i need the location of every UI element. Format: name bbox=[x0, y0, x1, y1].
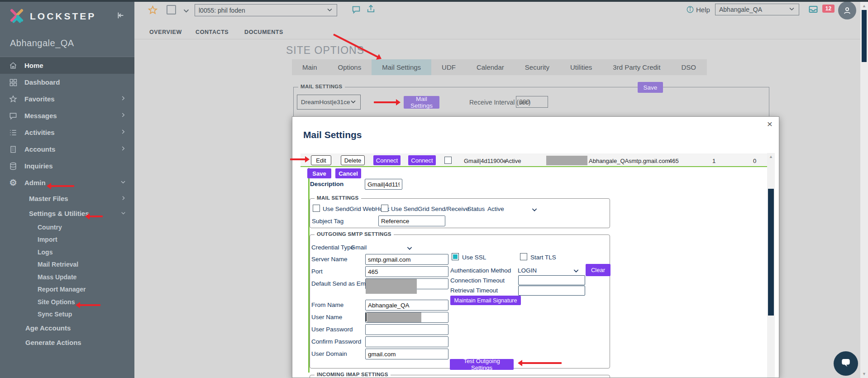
sidebar-item-import[interactable]: Import bbox=[0, 234, 134, 246]
sidebar-item-age-accounts[interactable]: Age Accounts bbox=[0, 321, 134, 335]
mail-account-row[interactable] bbox=[300, 153, 767, 167]
retrieval-timeout-input[interactable] bbox=[518, 286, 585, 296]
tab-utilities[interactable]: Utilities bbox=[560, 59, 602, 75]
start-tls-checkbox[interactable] bbox=[520, 253, 527, 260]
org-dropdown[interactable]: Abhangale_QA bbox=[715, 4, 799, 15]
modal-title: Mail Settings bbox=[303, 129, 362, 140]
record-checkbox[interactable] bbox=[167, 5, 176, 14]
sidebar-item-label: Mass Update bbox=[38, 273, 76, 281]
user-domain-label: User Domain bbox=[311, 350, 347, 357]
connect-button-1[interactable]: Connect bbox=[373, 155, 401, 165]
window-scrollbar-thumb[interactable] bbox=[862, 10, 867, 62]
modal-mail-settings-legend: MAIL SETTINGS bbox=[315, 195, 361, 201]
sidebar-item-report-manager[interactable]: Report Manager bbox=[0, 283, 134, 296]
scroll-up-icon[interactable]: ▲ bbox=[860, 4, 868, 8]
sidebar-item-home[interactable]: Home bbox=[0, 57, 134, 74]
clear-button[interactable]: Clear bbox=[586, 264, 610, 276]
sidebar-item-messages[interactable]: Messages bbox=[0, 107, 134, 124]
favorite-star-icon[interactable] bbox=[148, 5, 158, 17]
upload-icon[interactable] bbox=[366, 4, 376, 16]
chevron-down-icon[interactable] bbox=[182, 7, 190, 16]
modal-scrollbar[interactable]: ▲ bbox=[767, 153, 775, 378]
editor-save-button[interactable]: Save bbox=[307, 168, 331, 178]
sidebar-item-sync-setup[interactable]: Sync Setup bbox=[0, 308, 134, 321]
window-scrollbar[interactable]: ▲ ▼ bbox=[860, 2, 868, 378]
inbox-icon[interactable] bbox=[807, 4, 819, 17]
sidebar-item-label: Settings & Utilities bbox=[29, 210, 89, 217]
from-name-input[interactable] bbox=[365, 300, 448, 311]
tab-overview[interactable]: OVERVIEW bbox=[149, 29, 182, 35]
subject-tag-input[interactable] bbox=[378, 215, 445, 226]
confirm-password-input[interactable] bbox=[365, 336, 448, 347]
tab-dso[interactable]: DSO bbox=[671, 59, 706, 75]
auth-method-value[interactable]: LOGIN bbox=[518, 267, 537, 274]
from-name-label: From Name bbox=[311, 301, 343, 308]
help-button[interactable]: Help bbox=[686, 5, 710, 14]
connect-button-2[interactable]: Connect bbox=[408, 155, 436, 165]
sidebar-item-master-files[interactable]: Master Files bbox=[0, 191, 134, 206]
sidebar-item-mail-retrieval[interactable]: Mail Retrieval bbox=[0, 258, 134, 271]
close-icon[interactable]: × bbox=[767, 119, 773, 129]
tab-security[interactable]: Security bbox=[515, 59, 560, 75]
tab-contacts[interactable]: CONTACTS bbox=[196, 29, 229, 35]
test-outgoing-button[interactable]: Test Outgoing Settings bbox=[450, 359, 514, 370]
sidebar-item-site-options[interactable]: Site Options bbox=[0, 296, 134, 308]
maintain-signature-button[interactable]: Maintain Email Signature bbox=[450, 296, 521, 305]
sidebar-item-country[interactable]: Country bbox=[0, 221, 134, 234]
sidebar-collapse-icon[interactable] bbox=[115, 10, 125, 22]
tab-calendar[interactable]: Calendar bbox=[466, 59, 515, 75]
record-dropdown[interactable]: l0055: phil foden bbox=[195, 4, 337, 16]
sidebar-item-mass-update[interactable]: Mass Update bbox=[0, 271, 134, 283]
receive-interval-input[interactable] bbox=[516, 96, 548, 108]
user-password-input[interactable] bbox=[365, 324, 448, 335]
comment-icon[interactable] bbox=[351, 5, 361, 16]
sidebar-item-settings-utilities[interactable]: Settings & Utilities bbox=[0, 206, 134, 221]
status-value: Active bbox=[487, 206, 504, 212]
delete-button[interactable]: Delete bbox=[341, 155, 365, 165]
sidebar-item-inquiries[interactable]: Inquiries bbox=[0, 158, 134, 174]
status-dropdown-chevron-icon[interactable] bbox=[531, 206, 538, 215]
mail-profile-dropdown[interactable]: DreamHost|e31ce0 bbox=[297, 95, 361, 110]
tab-mail-settings[interactable]: Mail Settings bbox=[372, 59, 431, 75]
tab-main[interactable]: Main bbox=[292, 59, 328, 75]
editor-cancel-button[interactable]: Cancel bbox=[335, 168, 361, 178]
sidebar-item-favorites[interactable]: Favorites bbox=[0, 91, 134, 107]
server-name-input[interactable] bbox=[365, 254, 448, 265]
port-label: Port bbox=[311, 268, 323, 275]
credential-type-chevron-icon[interactable] bbox=[406, 244, 413, 254]
use-ssl-checkbox[interactable] bbox=[452, 253, 459, 260]
retrieval-timeout-label: Retrieval Timeout bbox=[450, 287, 498, 294]
description-input[interactable] bbox=[365, 179, 402, 190]
sidebar-item-accounts[interactable]: Accounts bbox=[0, 141, 134, 158]
row-checkbox[interactable] bbox=[444, 157, 452, 164]
port-input[interactable] bbox=[365, 266, 448, 277]
inbox-count-badge[interactable]: 12 bbox=[822, 5, 835, 13]
tab-options[interactable]: Options bbox=[328, 59, 372, 75]
avatar[interactable] bbox=[838, 1, 856, 19]
sidebar-item-generate-actions[interactable]: Generate Actions bbox=[0, 335, 134, 349]
user-domain-input[interactable] bbox=[365, 349, 448, 359]
save-button[interactable]: Save bbox=[638, 82, 663, 93]
connection-timeout-input[interactable] bbox=[518, 275, 585, 285]
sidebar-item-activities[interactable]: Activities bbox=[0, 124, 134, 141]
chat-widget-button[interactable] bbox=[834, 351, 858, 376]
row-count-a: 1 bbox=[712, 158, 715, 164]
sidebar-item-admin[interactable]: ⚙ Admin bbox=[0, 174, 134, 191]
tab-3rd-party-credit[interactable]: 3rd Party Credit bbox=[602, 59, 671, 75]
scroll-up-icon[interactable]: ▲ bbox=[767, 154, 775, 159]
tab-udf[interactable]: UDF bbox=[431, 59, 466, 75]
mail-settings-button[interactable]: Mail Settings bbox=[404, 96, 439, 109]
edit-button[interactable]: Edit bbox=[311, 155, 331, 165]
sidebar-item-label: Messages bbox=[24, 112, 57, 120]
credential-type-label: Credential Type bbox=[311, 244, 354, 251]
sendgrid-sendreceive-checkbox[interactable] bbox=[381, 205, 388, 212]
auth-method-chevron-icon[interactable] bbox=[572, 267, 580, 276]
modal-scrollbar-thumb[interactable] bbox=[768, 189, 774, 316]
sidebar-item-dashboard[interactable]: Dashboard bbox=[0, 74, 134, 91]
sendgrid-webhook-checkbox[interactable] bbox=[313, 205, 320, 212]
tab-documents[interactable]: DOCUMENTS bbox=[244, 29, 283, 35]
scroll-down-icon[interactable]: ▼ bbox=[860, 372, 868, 376]
message-icon bbox=[8, 111, 18, 121]
user-name-label: User Name bbox=[311, 314, 342, 321]
sidebar-item-logs[interactable]: Logs bbox=[0, 246, 134, 258]
